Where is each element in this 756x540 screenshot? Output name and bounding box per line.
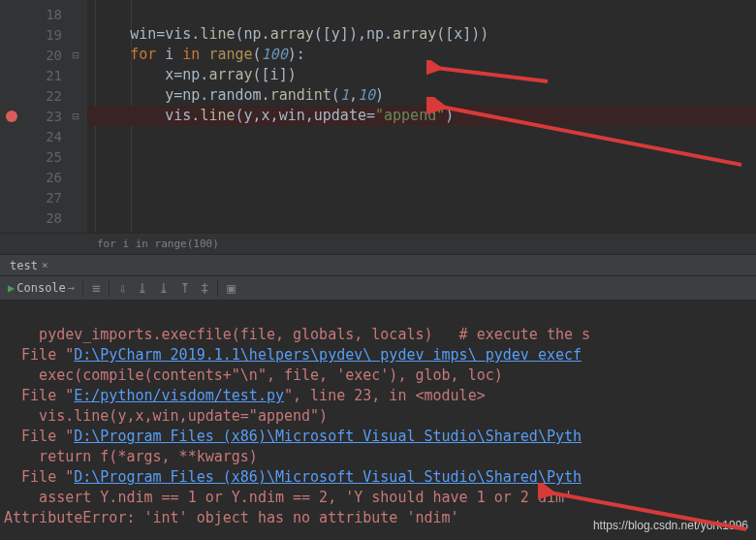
- trace-line: return f(*args, **kwargs): [4, 448, 258, 465]
- tab-test[interactable]: test ×: [4, 257, 54, 274]
- code-line[interactable]: [87, 167, 756, 187]
- line-number: 18: [46, 7, 62, 22]
- code-line[interactable]: vis.line(y,x,win,update="append"): [87, 106, 756, 126]
- code-line[interactable]: x=np.array([i]): [87, 65, 756, 85]
- trace-link[interactable]: D:\PyCharm 2019.1.1\helpers\pydev\ pydev…: [74, 346, 582, 364]
- code-line[interactable]: [87, 146, 756, 167]
- line-number: 24: [46, 129, 62, 144]
- fold-icon[interactable]: ⊟: [70, 111, 81, 122]
- console-toolbar: ▶Console → ≡ ⇩ ⤓ ⤓ ⤒ ‡ ▣: [0, 275, 756, 301]
- line-number: 22: [46, 88, 62, 104]
- download-icon[interactable]: ⤓: [132, 280, 153, 296]
- breakpoint-icon[interactable]: [6, 111, 17, 122]
- trace-line: File "E:/python/visdom/test.py", line 23…: [4, 387, 486, 404]
- code-area[interactable]: win=vis.line(np.array([y]),np.array([x])…: [87, 0, 756, 233]
- console-output[interactable]: pydev_imports.execfile(file, globals, lo…: [0, 301, 756, 540]
- code-line[interactable]: [87, 4, 756, 24]
- wrap-icon[interactable]: ≡: [87, 280, 105, 296]
- line-number: 27: [46, 190, 62, 206]
- trace-line: pydev_imports.execfile(file, globals, lo…: [4, 326, 590, 343]
- trace-line: File "D:\Program Files (x86)\Microsoft V…: [4, 468, 582, 486]
- trace-line: exec(compile(contents+"\n", file, 'exec'…: [4, 366, 503, 384]
- line-number: 21: [46, 68, 62, 83]
- trace-link[interactable]: D:\Program Files (x86)\Microsoft Visual …: [74, 428, 582, 445]
- filter-icon[interactable]: ‡: [196, 280, 213, 296]
- copy-icon[interactable]: ▣: [222, 280, 239, 296]
- code-line[interactable]: for i in range(100):: [87, 45, 756, 65]
- trace-line: File "D:\PyCharm 2019.1.1\helpers\pydev\…: [4, 346, 582, 364]
- console-button[interactable]: ▶Console →: [4, 281, 79, 295]
- close-icon[interactable]: ×: [42, 259, 48, 271]
- fold-icon[interactable]: ⊟: [70, 49, 81, 61]
- play-icon: ▶: [8, 281, 15, 295]
- upload-icon[interactable]: ⤒: [174, 280, 196, 296]
- trace-line: vis.line(y,x,win,update="append"): [4, 407, 328, 425]
- code-line[interactable]: [87, 126, 756, 146]
- line-number: 25: [46, 149, 62, 165]
- line-number: 19: [46, 27, 62, 43]
- error-line: AttributeError: 'int' object has no attr…: [4, 509, 459, 526]
- trace-line: File "D:\Program Files (x86)\Microsoft V…: [4, 428, 582, 445]
- line-number: 20: [46, 48, 62, 63]
- trace-link[interactable]: D:\Program Files (x86)\Microsoft Visual …: [74, 468, 582, 486]
- trace-line: assert Y.ndim == 1 or Y.ndim == 2, 'Y sh…: [4, 489, 573, 506]
- line-number: 23: [46, 109, 62, 124]
- tool-window-tabs: test ×: [0, 254, 756, 275]
- line-number: 28: [46, 210, 62, 226]
- code-line[interactable]: [87, 187, 756, 207]
- code-line[interactable]: y=np.random.randint(1,10): [87, 85, 756, 106]
- line-number: 26: [46, 170, 62, 185]
- code-editor[interactable]: 18 19 20⊟ 21 22 23⊟ 24 25 26 27 28 win=v…: [0, 0, 756, 233]
- scroll-icon[interactable]: ⇩: [113, 280, 131, 296]
- gutter: 18 19 20⊟ 21 22 23⊟ 24 25 26 27 28: [0, 0, 87, 233]
- download2-icon[interactable]: ⤓: [153, 280, 174, 296]
- code-line[interactable]: win=vis.line(np.array([y]),np.array([x])…: [87, 24, 756, 45]
- breadcrumb[interactable]: for i in range(100): [0, 233, 756, 254]
- watermark: https://blog.csdn.net/york1996: [593, 519, 748, 532]
- code-line[interactable]: [87, 207, 756, 228]
- trace-link[interactable]: E:/python/visdom/test.py: [74, 387, 284, 404]
